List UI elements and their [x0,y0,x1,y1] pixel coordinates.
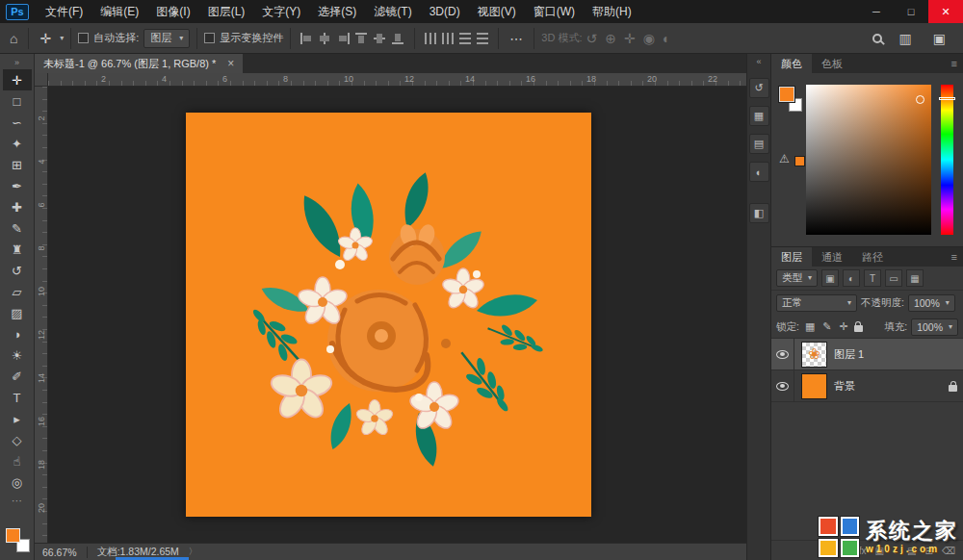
marquee-tool[interactable]: □ [3,90,32,112]
document-tab[interactable]: 未标题-1 @ 66.7% (图层 1, RGB/8) * × [35,54,243,73]
home-icon[interactable]: ⌂ [6,31,21,46]
maximize-button[interactable]: □ [894,0,928,23]
menu-item-file[interactable]: 文件(F) [37,0,91,23]
menu-item-3d[interactable]: 3D(D) [421,0,469,23]
align-bottom-icon[interactable] [392,33,404,44]
current-tool-preset[interactable]: ✛ ▾ [36,31,64,46]
close-tab-icon[interactable]: × [227,57,234,70]
visibility-toggle[interactable] [771,339,794,369]
layer-row-background[interactable]: 背景 [771,370,963,402]
path-selection-tool[interactable]: ▸ [3,408,32,429]
libraries-panel-icon[interactable]: ▦ [749,106,769,126]
menu-item-type[interactable]: 文字(Y) [253,0,309,23]
pen-tool[interactable]: ✐ [3,366,32,387]
toolbar-collapse-icon[interactable]: » [14,56,19,69]
crop-tool[interactable]: ⊞ [3,154,32,175]
properties-panel-icon[interactable]: ◧ [749,203,769,223]
filter-pixel-layers-icon[interactable]: ▣ [821,269,839,287]
foreground-color-swatch[interactable] [779,87,794,102]
minimize-button[interactable]: ─ [859,0,894,23]
align-center-v-icon[interactable] [374,33,386,44]
tab-color[interactable]: 颜色 [771,54,812,73]
lock-pixels-icon[interactable]: ✎ [820,320,833,333]
workspace-icon[interactable]: ▥ [896,31,916,46]
blend-mode-dropdown[interactable]: 正常 ▾ [776,294,857,312]
menu-item-edit[interactable]: 编辑(E) [91,0,147,23]
fill-dropdown[interactable]: 100% ▾ [911,318,958,336]
eraser-tool[interactable]: ▱ [3,281,32,302]
healing-brush-tool[interactable]: ✚ [3,196,32,217]
foreground-color-swatch[interactable] [6,528,20,543]
brush-tool[interactable]: ✎ [3,217,32,239]
layer-name[interactable]: 图层 1 [834,347,864,362]
lasso-tool[interactable]: ∽ [3,112,32,133]
auto-select-checkbox[interactable] [78,33,89,43]
gamut-color-swatch[interactable] [794,156,805,166]
align-top-icon[interactable] [355,33,368,44]
quick-selection-tool[interactable]: ✦ [3,133,32,154]
3d-scale-icon[interactable]: ◐ [659,31,674,46]
zoom-tool[interactable]: ◎ [3,471,32,493]
visibility-toggle[interactable] [771,370,794,401]
filter-smart-objects-icon[interactable]: ▦ [906,269,924,287]
opacity-dropdown[interactable]: 100% ▾ [908,294,955,312]
history-brush-tool[interactable]: ↺ [3,260,32,281]
tab-swatches[interactable]: 色板 [812,54,852,73]
lock-all-icon[interactable] [854,325,863,332]
tab-layers[interactable]: 图层 [771,247,812,267]
panel-menu-icon[interactable]: ≡ [951,58,963,69]
show-transform-checkbox[interactable] [204,33,215,43]
menu-item-image[interactable]: 图像(I) [147,0,198,23]
menu-item-window[interactable]: 窗口(W) [525,0,584,23]
menu-item-layer[interactable]: 图层(L) [199,0,254,23]
filter-type-dropdown[interactable]: 类型 ▾ [776,269,818,287]
hue-slider[interactable] [941,85,953,235]
tab-paths[interactable]: 路径 [852,247,893,267]
dodge-tool[interactable]: ☀ [3,344,32,366]
align-center-h-icon[interactable] [319,33,331,44]
layer-name[interactable]: 背景 [834,379,855,394]
move-tool[interactable]: ✛ [3,69,32,90]
shape-tool[interactable]: ◇ [3,429,32,450]
expand-panels-icon[interactable]: « [756,57,761,70]
layer-row-layer1[interactable]: ❀ 图层 1 [771,339,963,370]
lock-position-icon[interactable]: ✛ [838,320,850,333]
filter-shape-layers-icon[interactable]: ▭ [885,269,902,287]
menu-item-select[interactable]: 选择(S) [309,0,365,23]
tab-channels[interactable]: 通道 [812,247,852,267]
type-tool[interactable]: T [3,387,32,408]
history-panel-icon[interactable]: ↺ [749,78,769,98]
saturation-brightness-picker[interactable] [806,85,931,235]
clone-stamp-tool[interactable]: ♜ [3,239,32,260]
blur-tool[interactable]: ◑ [3,323,32,344]
distribute-v-icon-2[interactable] [442,33,454,44]
align-right-icon[interactable] [337,33,350,44]
info-panel-icon[interactable]: ▤ [749,134,769,154]
3d-pan-icon[interactable]: ✛ [620,31,639,46]
status-options-chevron[interactable]: 〉 [189,546,197,558]
edit-toolbar-icon[interactable]: ⋯ [12,495,22,507]
eyedropper-tool[interactable]: ✒ [3,175,32,196]
close-button[interactable]: ✕ [928,0,963,23]
panel-menu-icon[interactable]: ≡ [951,251,963,263]
hue-slider-cursor[interactable] [939,97,955,100]
zoom-level-field[interactable]: 66.67% [42,547,77,558]
color-picker-cursor[interactable] [916,95,924,104]
menu-item-view[interactable]: 视图(V) [469,0,525,23]
distribute-v-icon-1[interactable] [425,33,436,44]
align-left-icon[interactable] [300,33,313,44]
menu-item-filter[interactable]: 滤镜(T) [365,0,420,23]
filter-adjustment-layers-icon[interactable]: ◐ [843,269,860,287]
hand-tool[interactable]: ☝ [3,450,32,471]
gradient-tool[interactable]: ▨ [3,302,32,323]
distribute-h-icon-2[interactable] [477,33,488,44]
more-options-icon[interactable]: ⋯ [506,31,527,46]
canvas-document[interactable] [186,113,591,517]
3d-roll-icon[interactable]: ⊕ [601,31,620,46]
3d-slide-icon[interactable]: ◉ [639,31,659,46]
menu-item-help[interactable]: 帮助(H) [584,0,640,23]
layer-thumbnail[interactable]: ❀ [801,342,827,368]
filter-type-layers-icon[interactable]: T [864,269,881,287]
lock-transparency-icon[interactable]: ▦ [803,320,817,333]
distribute-h-icon-1[interactable] [459,33,471,44]
